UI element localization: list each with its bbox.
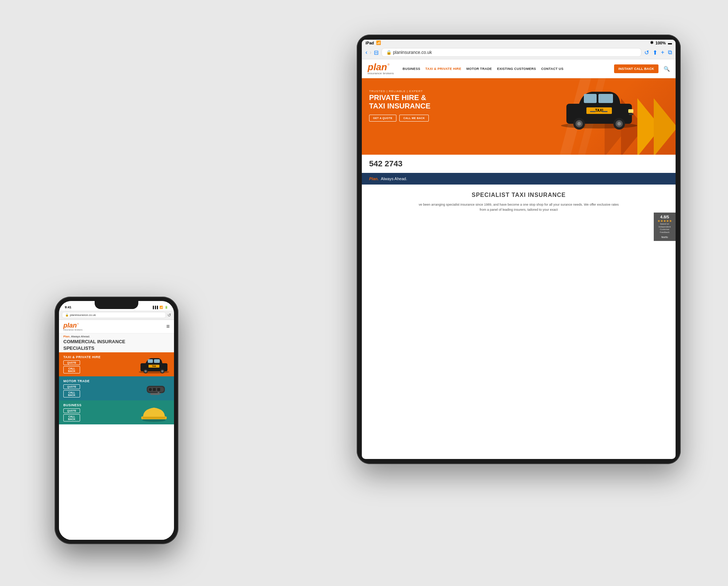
iphone-url-text: planinsurance.co.uk xyxy=(70,313,96,317)
iphone-logo-reg: ® xyxy=(77,323,79,325)
svg-rect-14 xyxy=(590,111,596,112)
iphone-ahead-bar: Plan. Always Ahead. COMMERCIAL INSURANCE… xyxy=(59,333,174,352)
nav-contact[interactable]: CONTACT US xyxy=(541,67,563,71)
nav-business[interactable]: BUSINESS xyxy=(403,67,420,71)
ipad-status-right: ✱ 100% ▬ xyxy=(650,40,672,45)
iphone-logo-sub: insurance brokers xyxy=(63,329,83,331)
business-category-card: BUSINESS QUOTE CALL BACK xyxy=(59,400,174,424)
svg-text:TAXI: TAXI xyxy=(595,108,603,112)
svg-rect-19 xyxy=(154,359,160,363)
iphone-screen: 9:41 ▐▐▐ 📶 🔋 🔒 planinsurance.co.uk ↺ xyxy=(59,301,174,540)
svg-rect-33 xyxy=(150,393,159,395)
feefo-badge: 4.8/5 ★★★★★ based on Independent Custome… xyxy=(654,213,676,241)
taxi-card-content: TAXI & PRIVATE HIRE QUOTE CALL BACK xyxy=(63,355,101,373)
iphone-signal-icon: ▐▐▐ xyxy=(152,306,158,309)
iphone-plan-logo: plan ® insurance brokers xyxy=(63,322,83,331)
svg-rect-35 xyxy=(159,393,161,394)
iphone-time: 9:41 xyxy=(65,305,71,309)
business-buttons: QUOTE CALL BACK xyxy=(63,408,82,421)
logo-sub: insurance brokers xyxy=(368,72,394,75)
forward-button[interactable]: › xyxy=(369,50,371,55)
nav-taxi[interactable]: TAXI & PRIVATE HIRE xyxy=(426,67,462,71)
motor-quote-button[interactable]: QUOTE xyxy=(63,384,80,389)
svg-rect-31 xyxy=(153,388,156,391)
svg-rect-15 xyxy=(602,111,608,112)
iphone-logo-text: plan xyxy=(63,322,77,329)
iphone-device-wrapper: 9:41 ▐▐▐ 📶 🔋 🔒 planinsurance.co.uk ↺ xyxy=(55,297,178,544)
iphone-section-title-line2: SPECIALISTS xyxy=(63,345,170,351)
taxi-car-thumbnail: TAXI xyxy=(138,355,170,373)
iphone-section-title-line1: COMMERCIAL INSURANCE xyxy=(63,339,170,345)
tabs-button[interactable]: ⧉ xyxy=(668,49,672,56)
phone-number: 542 2743 xyxy=(369,159,403,169)
hero-tag: TRUSTED | RELIABLE | EXPERT xyxy=(369,90,423,93)
website-content: plan ® insurance brokers BUSINESS TAXI &… xyxy=(362,59,676,451)
feefo-rating: 4.8/5 xyxy=(657,215,673,219)
svg-point-30 xyxy=(149,388,152,391)
share-button[interactable]: ⬆ xyxy=(653,49,657,56)
reload-button[interactable]: ↺ xyxy=(644,49,649,56)
iphone-plan-name: Plan. xyxy=(63,335,70,338)
svg-rect-18 xyxy=(148,359,153,363)
business-category-label: BUSINESS xyxy=(63,403,82,407)
bluetooth-icon: ✱ xyxy=(650,40,653,45)
url-bar[interactable]: 🔒 planinsurance.co.uk xyxy=(381,48,641,57)
svg-rect-32 xyxy=(157,388,160,391)
motor-buttons: QUOTE CALL BACK xyxy=(63,384,90,397)
iphone-lock-icon: 🔒 xyxy=(65,313,69,317)
motor-card-content: MOTOR TRADE QUOTE CALL BACK xyxy=(63,379,90,397)
iphone-tagline: Plan. Always Ahead. xyxy=(63,335,170,338)
ipad-screen: iPad 📶 ✱ 100% ▬ ‹ › ⊟ xyxy=(362,40,676,459)
svg-rect-34 xyxy=(158,392,159,393)
hero-section: TAXI xyxy=(362,78,676,155)
call-me-back-button[interactable]: CALL ME BACK xyxy=(399,115,429,122)
svg-text:TAXI: TAXI xyxy=(152,365,156,367)
ipad-status-left: iPad 📶 xyxy=(365,40,381,45)
taxi-callback-button[interactable]: CALL BACK xyxy=(63,366,80,373)
iphone-status-icons: ▐▐▐ 📶 🔋 xyxy=(152,306,168,309)
phone-bar: 542 2743 xyxy=(362,155,676,173)
scene: iPad 📶 ✱ 100% ▬ ‹ › ⊟ xyxy=(18,20,710,566)
nav-existing[interactable]: EXISTING CUSTOMERS xyxy=(497,67,536,71)
plan-logo: plan ® insurance brokers xyxy=(368,62,394,75)
svg-rect-13 xyxy=(629,114,633,115)
feefo-stars: ★★★★★ xyxy=(657,219,673,223)
ipad-status-bar: iPad 📶 ✱ 100% ▬ xyxy=(362,40,676,46)
business-callback-button[interactable]: CALL BACK xyxy=(63,414,80,421)
svg-point-24 xyxy=(145,371,146,372)
iphone-refresh-button[interactable]: ↺ xyxy=(167,313,171,318)
get-quote-button[interactable]: GET A QUOTE xyxy=(369,115,396,122)
iphone-notch xyxy=(95,301,138,309)
taxi-quote-button[interactable]: QUOTE xyxy=(63,360,80,365)
business-helmet-thumbnail xyxy=(138,403,170,421)
logo-reg: ® xyxy=(387,63,389,66)
svg-point-27 xyxy=(162,371,163,372)
bookmark-button[interactable]: ⊟ xyxy=(374,49,379,56)
nav-links: BUSINESS TAXI & PRIVATE HIRE MOTOR TRADE… xyxy=(403,67,609,71)
ipad-model-label: iPad xyxy=(365,41,374,45)
svg-rect-2 xyxy=(584,94,597,103)
taxi-category-card: TAXI & PRIVATE HIRE QUOTE CALL BACK xyxy=(59,352,174,376)
motor-category-label: MOTOR TRADE xyxy=(63,379,90,383)
hamburger-menu-button[interactable]: ≡ xyxy=(166,323,170,330)
iphone-navbar: plan ® insurance brokers ≡ xyxy=(59,320,174,333)
site-navbar: plan ® insurance brokers BUSINESS TAXI &… xyxy=(362,59,676,78)
svg-point-11 xyxy=(617,122,621,126)
instant-callback-button[interactable]: INSTANT CALL BACK xyxy=(614,64,658,73)
url-text: planinsurance.co.uk xyxy=(393,50,432,55)
iphone-device: 9:41 ▐▐▐ 📶 🔋 🔒 planinsurance.co.uk ↺ xyxy=(55,297,178,544)
business-quote-button[interactable]: QUOTE xyxy=(63,408,80,413)
plan-ahead-text: Plan. xyxy=(369,177,379,181)
feefo-logo: feefo xyxy=(657,235,673,239)
always-ahead-bar: Plan. Always Ahead. xyxy=(362,173,676,185)
add-tab-button[interactable]: + xyxy=(661,49,664,56)
back-button[interactable]: ‹ xyxy=(365,50,367,55)
search-button[interactable]: 🔍 xyxy=(664,66,670,72)
iphone-url-bar[interactable]: 🔒 planinsurance.co.uk xyxy=(62,312,166,318)
motor-callback-button[interactable]: CALL BACK xyxy=(63,390,80,397)
always-ahead-text: Always Ahead. xyxy=(381,177,407,181)
iphone-battery-icon: 🔋 xyxy=(165,306,168,309)
motor-key-thumbnail xyxy=(138,379,170,397)
nav-motor[interactable]: MOTOR TRADE xyxy=(466,67,492,71)
iphone-browser-chrome: 🔒 planinsurance.co.uk ↺ xyxy=(59,310,174,320)
